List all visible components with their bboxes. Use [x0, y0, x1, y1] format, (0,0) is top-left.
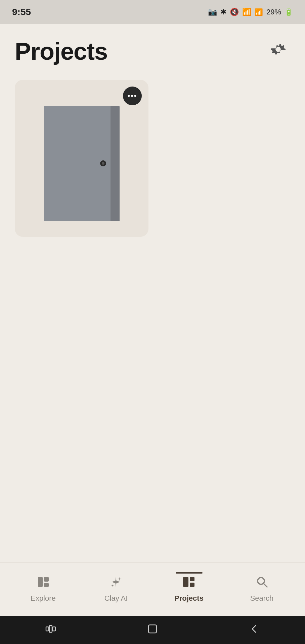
recent-apps-button[interactable] [45, 623, 57, 637]
battery-indicator: 29% [266, 8, 281, 16]
svg-rect-0 [38, 577, 43, 587]
project-menu-button[interactable]: ••• [123, 87, 142, 105]
gear-icon [269, 41, 287, 62]
status-icons: 📷 ✱ 🔇 📶 📶 29% 🔋 [208, 8, 293, 16]
nav-item-search[interactable]: Search [250, 572, 274, 606]
projects-icon [182, 576, 195, 591]
door-illustration [33, 96, 131, 221]
search-label: Search [250, 594, 274, 603]
projects-nav-label: Projects [174, 594, 204, 603]
nav-search-wrapper: Search [225, 572, 298, 606]
projects-grid: ••• [15, 80, 290, 237]
door-shadow [111, 106, 120, 220]
search-icon [256, 576, 268, 591]
nav-item-explore[interactable]: Explore [31, 572, 56, 606]
door-knob [100, 160, 106, 166]
status-bar: 9:55 📷 ✱ 🔇 📶 📶 29% 🔋 [0, 0, 305, 24]
record-icon: 📷 [208, 8, 217, 16]
project-card[interactable]: ••• [15, 80, 148, 237]
page-title: Projects [15, 38, 107, 65]
door-knob-inner [102, 162, 104, 165]
explore-label: Explore [31, 594, 56, 603]
svg-rect-3 [183, 577, 188, 587]
bottom-nav: Explore Clay AI [0, 562, 305, 616]
bluetooth-icon: ✱ [220, 8, 226, 16]
svg-rect-5 [190, 583, 194, 587]
nav-projects-wrapper: Projects [152, 572, 225, 606]
battery-icon: 🔋 [285, 8, 293, 16]
project-thumbnail [24, 89, 139, 227]
svg-rect-9 [49, 626, 52, 632]
wifi-icon: 📶 [242, 8, 251, 16]
back-button[interactable] [248, 623, 260, 637]
three-dots-icon: ••• [127, 92, 137, 100]
status-time: 9:55 [12, 7, 31, 17]
svg-line-7 [263, 584, 267, 587]
signal-icon: 📶 [255, 8, 263, 16]
clay-ai-icon [110, 576, 122, 591]
nav-clay-ai-wrapper: Clay AI [80, 572, 152, 606]
system-bar [0, 616, 305, 644]
nav-item-clay-ai[interactable]: Clay AI [104, 572, 128, 606]
nav-active-indicator [176, 572, 203, 574]
svg-rect-11 [148, 625, 157, 633]
svg-rect-10 [53, 627, 55, 631]
door-frame [44, 106, 120, 220]
settings-button[interactable] [266, 39, 290, 63]
svg-rect-1 [44, 577, 49, 582]
mute-icon: 🔇 [230, 8, 239, 16]
home-button[interactable] [146, 623, 159, 637]
main-content: Projects ••• [0, 24, 305, 562]
svg-rect-2 [44, 583, 49, 587]
clay-ai-label: Clay AI [104, 594, 128, 603]
explore-icon [37, 576, 50, 591]
svg-rect-8 [46, 627, 49, 631]
page-header: Projects [15, 38, 290, 65]
svg-rect-4 [190, 577, 194, 581]
nav-item-projects[interactable]: Projects [174, 572, 204, 606]
nav-explore-wrapper: Explore [7, 572, 80, 606]
